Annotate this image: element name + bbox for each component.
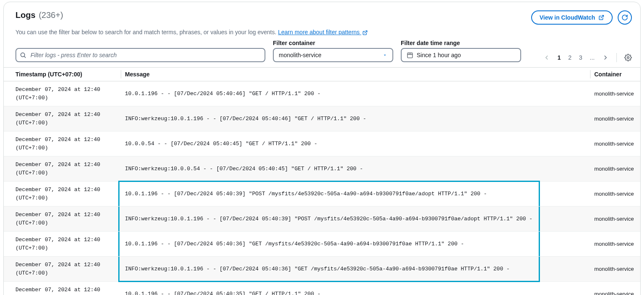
- timestamp-line1: December 07, 2024 at 12:40: [15, 111, 117, 119]
- settings-button[interactable]: [624, 54, 632, 61]
- col-container[interactable]: Container: [590, 68, 640, 81]
- filter-row: Filter container monolith-service Filter…: [4, 40, 640, 67]
- pagination: 123...: [543, 53, 632, 62]
- col-message[interactable]: Message: [121, 68, 590, 81]
- message-text: 10.0.1.196 - - [07/Dec/2024 05:40:39] "P…: [125, 191, 487, 197]
- log-table: Timestamp (UTC+07:00) Message Container …: [4, 67, 640, 295]
- svg-line-1: [364, 30, 367, 33]
- page-prev[interactable]: [543, 54, 550, 61]
- timestamp-line1: December 07, 2024 at 12:40: [15, 286, 117, 294]
- page-3[interactable]: 3: [579, 54, 583, 61]
- timestamp-line2: (UTC+7:00): [15, 219, 117, 227]
- cell-message: INFO:werkzeug:10.0.1.196 - - [07/Dec/202…: [121, 106, 590, 131]
- timestamp-line2: (UTC+7:00): [15, 169, 117, 177]
- panel-count: (236+): [39, 10, 63, 20]
- message-text: 10.0.0.54 - - [07/Dec/2024 05:40:45] "GE…: [125, 141, 317, 147]
- cell-container: monolith-service: [590, 232, 640, 257]
- message-text: 10.0.1.196 - - [07/Dec/2024 05:40:35] "G…: [125, 291, 321, 295]
- filter-logs-input[interactable]: [15, 48, 265, 62]
- refresh-icon: [621, 14, 628, 21]
- message-text: 10.0.1.196 - - [07/Dec/2024 05:40:46] "G…: [125, 91, 321, 97]
- table-row[interactable]: December 07, 2024 at 12:40(UTC+7:00)10.0…: [4, 282, 640, 295]
- cell-message: INFO:werkzeug:10.0.1.196 - - [07/Dec/202…: [121, 257, 590, 282]
- cell-timestamp: December 07, 2024 at 12:40(UTC+7:00): [4, 282, 121, 295]
- timestamp-line1: December 07, 2024 at 12:40: [15, 236, 117, 244]
- search-wrap: [15, 48, 265, 62]
- cell-timestamp: December 07, 2024 at 12:40(UTC+7:00): [4, 207, 121, 232]
- cell-message: 10.0.0.54 - - [07/Dec/2024 05:40:45] "GE…: [121, 131, 590, 156]
- view-cloudwatch-button[interactable]: View in CloudWatch: [531, 10, 613, 25]
- filter-container-value: monolith-service: [279, 52, 321, 58]
- cell-timestamp: December 07, 2024 at 12:40(UTC+7:00): [4, 131, 121, 156]
- learn-more-link[interactable]: Learn more about filter patterns: [278, 29, 367, 35]
- page-2[interactable]: 2: [568, 54, 572, 61]
- cell-timestamp: December 07, 2024 at 12:40(UTC+7:00): [4, 257, 121, 282]
- table-row[interactable]: December 07, 2024 at 12:40(UTC+7:00)INFO…: [4, 257, 640, 282]
- svg-rect-4: [407, 53, 412, 58]
- view-cloudwatch-label: View in CloudWatch: [540, 14, 595, 21]
- cell-container: monolith-service: [590, 81, 640, 106]
- cell-container: monolith-service: [590, 106, 640, 131]
- timestamp-line2: (UTC+7:00): [15, 269, 117, 277]
- external-link-icon: [598, 15, 604, 20]
- gear-icon: [624, 54, 632, 61]
- filter-container-col: Filter container monolith-service: [273, 40, 393, 62]
- cell-message: 10.0.1.196 - - [07/Dec/2024 05:40:39] "P…: [121, 182, 590, 207]
- cell-message: INFO:werkzeug:10.0.0.54 - - [07/Dec/2024…: [121, 156, 590, 182]
- cell-timestamp: December 07, 2024 at 12:40(UTC+7:00): [4, 182, 121, 207]
- subheader: You can use the filter bar below to sear…: [4, 26, 640, 40]
- cell-timestamp: December 07, 2024 at 12:40(UTC+7:00): [4, 156, 121, 182]
- timestamp-line2: (UTC+7:00): [15, 244, 117, 252]
- page-1[interactable]: 1: [557, 54, 561, 61]
- table-row[interactable]: December 07, 2024 at 12:40(UTC+7:00)10.0…: [4, 232, 640, 257]
- col-message-label: Message: [125, 71, 150, 78]
- timestamp-line1: December 07, 2024 at 12:40: [15, 186, 117, 194]
- page-next[interactable]: [602, 54, 609, 61]
- cell-message: 10.0.1.196 - - [07/Dec/2024 05:40:35] "G…: [121, 282, 590, 295]
- table-row[interactable]: December 07, 2024 at 12:40(UTC+7:00)INFO…: [4, 207, 640, 232]
- filter-date-label: Filter date time range: [401, 40, 521, 46]
- subheader-text: You can use the filter bar below to sear…: [15, 29, 278, 35]
- page-more[interactable]: ...: [590, 54, 595, 61]
- timestamp-line1: December 07, 2024 at 12:40: [15, 161, 117, 169]
- logs-panel: Logs (236+) View in CloudWatch: [3, 2, 641, 295]
- title-wrap: Logs (236+): [15, 10, 63, 20]
- cell-timestamp: December 07, 2024 at 12:40(UTC+7:00): [4, 232, 121, 257]
- filter-date-value: Since 1 hour ago: [417, 52, 461, 58]
- external-link-icon: [362, 30, 368, 35]
- col-container-label: Container: [594, 71, 621, 78]
- cell-message: 10.0.1.196 - - [07/Dec/2024 05:40:46] "G…: [121, 81, 590, 106]
- panel-title: Logs: [15, 10, 36, 20]
- timestamp-line2: (UTC+7:00): [15, 119, 117, 127]
- filter-container-select[interactable]: monolith-service: [273, 48, 393, 62]
- timestamp-line1: December 07, 2024 at 12:40: [15, 86, 117, 94]
- filter-container-label: Filter container: [273, 40, 393, 46]
- timestamp-line1: December 07, 2024 at 12:40: [15, 211, 117, 219]
- svg-line-3: [24, 56, 25, 58]
- cell-container: monolith-service: [590, 156, 640, 182]
- cell-container: monolith-service: [590, 131, 640, 156]
- svg-line-0: [601, 15, 603, 18]
- learn-more-label: Learn more about filter patterns: [278, 29, 361, 35]
- pager-divider: [616, 53, 617, 62]
- cell-container: monolith-service: [590, 182, 640, 207]
- timestamp-line1: December 07, 2024 at 12:40: [15, 261, 117, 269]
- col-timestamp[interactable]: Timestamp (UTC+07:00): [4, 68, 121, 81]
- message-text: INFO:werkzeug:10.0.1.196 - - [07/Dec/202…: [125, 116, 366, 122]
- header-row: Logs (236+) View in CloudWatch: [4, 10, 640, 26]
- filter-date-select[interactable]: Since 1 hour ago: [401, 48, 521, 62]
- timestamp-line2: (UTC+7:00): [15, 194, 117, 202]
- timestamp-line2: (UTC+7:00): [15, 144, 117, 152]
- cell-container: monolith-service: [590, 207, 640, 232]
- caret-down-icon: [382, 53, 387, 58]
- timestamp-line1: December 07, 2024 at 12:40: [15, 136, 117, 144]
- table-row[interactable]: December 07, 2024 at 12:40(UTC+7:00)INFO…: [4, 156, 640, 182]
- table-row[interactable]: December 07, 2024 at 12:40(UTC+7:00)10.0…: [4, 182, 640, 207]
- refresh-button[interactable]: [618, 10, 632, 25]
- table-row[interactable]: December 07, 2024 at 12:40(UTC+7:00)INFO…: [4, 106, 640, 131]
- table-row[interactable]: December 07, 2024 at 12:40(UTC+7:00)10.0…: [4, 131, 640, 156]
- table-row[interactable]: December 07, 2024 at 12:40(UTC+7:00)10.0…: [4, 81, 640, 106]
- message-text: INFO:werkzeug:10.0.0.54 - - [07/Dec/2024…: [125, 166, 363, 172]
- svg-point-8: [627, 57, 629, 59]
- header-actions: View in CloudWatch: [531, 10, 632, 25]
